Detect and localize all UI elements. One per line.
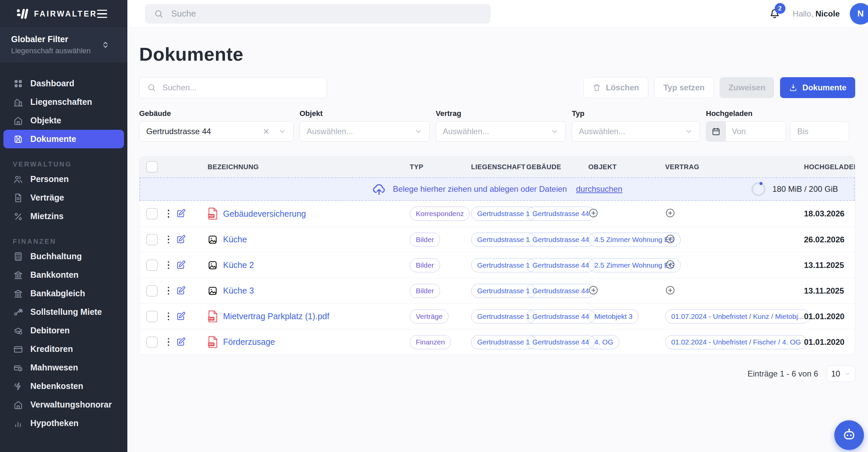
sidebar-item-objekte[interactable]: Objekte — [0, 111, 127, 130]
row-menu-icon[interactable] — [168, 210, 169, 218]
sidebar-item-nebenkosten[interactable]: Nebenkosten — [0, 377, 127, 395]
edit-icon[interactable] — [176, 208, 187, 219]
objekt-select[interactable]: Auswählen... — [300, 121, 430, 142]
document-link[interactable]: Küche 3 — [223, 286, 254, 296]
notifications-button[interactable]: 2 — [768, 6, 783, 21]
type-badge[interactable]: Korrespondenz — [410, 207, 470, 221]
edit-icon[interactable] — [176, 311, 187, 322]
row-checkbox[interactable] — [146, 234, 158, 245]
add-objekt-button[interactable] — [588, 213, 598, 219]
global-filter[interactable]: Globaler Filter Liegenschaft auswählen — [0, 28, 127, 62]
set-type-button[interactable]: Typ setzen — [654, 77, 714, 98]
gebaeude-badge[interactable]: Gertrudstrasse 44 — [526, 309, 595, 324]
gebaeude-badge[interactable]: Gertrudstrasse 44 — [526, 335, 595, 349]
row-menu-icon[interactable] — [168, 312, 169, 321]
sidebar-item-dashboard[interactable]: Dashboard — [0, 74, 127, 93]
sidebar-item-verwaltungshonorar[interactable]: Verwaltungshonorar — [0, 395, 127, 414]
vertrag-badge[interactable]: 01.07.2024 - Unbefristet / Kunz / Mietob… — [665, 309, 810, 324]
documents-search-field[interactable] — [139, 77, 327, 98]
sidebar: FAIRWALTER Globaler Filter Liegenschaft … — [0, 0, 127, 452]
row-checkbox[interactable] — [146, 311, 158, 322]
search-input[interactable] — [162, 83, 319, 92]
brand-logo[interactable]: FAIRWALTER — [16, 7, 97, 21]
type-badge[interactable]: Bilder — [410, 258, 440, 272]
vertrag-badge[interactable]: 01.02.2024 - Unbefristet / Fischer / 4. … — [665, 335, 807, 349]
date-to-input[interactable] — [797, 127, 842, 136]
objekt-badge[interactable]: Mietobjekt 3 — [588, 309, 639, 324]
add-objekt-button[interactable] — [588, 291, 598, 296]
assistant-fab[interactable] — [834, 420, 864, 450]
sidebar-item-bankkonten[interactable]: Bankkonten — [0, 266, 127, 284]
sidebar-item-liegenschaften[interactable]: Liegenschaften — [0, 93, 127, 111]
edit-icon[interactable] — [176, 285, 187, 296]
objekt-badge[interactable]: 4. OG — [588, 335, 619, 349]
browse-files-link[interactable]: durchsuchen — [576, 184, 622, 194]
gebaeude-badge[interactable]: Gertrudstrasse 44 — [526, 233, 595, 247]
document-link[interactable]: Mietvertrag Parkplatz (1).pdf — [223, 311, 329, 321]
menu-icon[interactable] — [97, 10, 107, 18]
chevron-down-icon[interactable] — [551, 127, 559, 135]
sidebar-item-bankabgleich[interactable]: Bankabgleich — [0, 284, 127, 303]
typ-select[interactable]: Auswählen... — [572, 121, 700, 142]
add-vertrag-button[interactable] — [665, 265, 675, 271]
sidebar-item-hypotheken[interactable]: Hypotheken — [0, 414, 127, 432]
sidebar-item-mietzins[interactable]: Mietzins — [0, 207, 127, 225]
type-badge[interactable]: Verträge — [410, 309, 448, 324]
calendar-button[interactable] — [706, 122, 726, 141]
add-vertrag-button[interactable] — [665, 213, 675, 219]
sidebar-item-sollstellung-miete[interactable]: Sollstellung Miete — [0, 303, 127, 321]
clear-icon[interactable] — [262, 127, 270, 135]
sidebar-section-finanzen: FINANZEN — [13, 238, 127, 244]
global-search-input[interactable]: Suche — [145, 4, 491, 24]
gebaeude-badge[interactable]: Gertrudstrasse 44 — [526, 207, 595, 221]
documents-download-button[interactable]: Dokumente — [780, 77, 855, 98]
gebaeude-badge[interactable]: Gertrudstrasse 44 — [526, 284, 595, 298]
page-size-select[interactable]: 10 — [827, 366, 855, 382]
sidebar-item-label: Bankabgleich — [30, 289, 85, 298]
edit-icon[interactable] — [176, 337, 187, 348]
type-badge[interactable]: Bilder — [410, 284, 440, 298]
document-link[interactable]: Gebäudeversicherung — [223, 209, 306, 219]
row-menu-icon[interactable] — [168, 236, 169, 244]
edit-icon[interactable] — [176, 234, 187, 245]
avatar[interactable]: N — [850, 3, 868, 25]
date-from-input[interactable] — [726, 127, 786, 136]
sidebar-item-vertraege[interactable]: Verträge — [0, 188, 127, 207]
chevron-down-icon[interactable] — [278, 127, 286, 135]
expand-collapse-icon[interactable] — [100, 40, 111, 50]
row-checkbox[interactable] — [146, 336, 158, 348]
notification-badge: 2 — [775, 3, 785, 14]
sidebar-item-debitoren[interactable]: Debitoren — [0, 321, 127, 340]
type-badge[interactable]: Finanzen — [410, 335, 451, 349]
add-vertrag-button[interactable] — [665, 291, 675, 296]
assign-button[interactable]: Zuweisen — [720, 77, 774, 98]
type-badge[interactable]: Bilder — [410, 233, 440, 247]
row-checkbox[interactable] — [146, 260, 158, 271]
select-all-checkbox[interactable] — [146, 161, 158, 173]
gebaeude-badge[interactable]: Gertrudstrasse 44 — [526, 258, 595, 272]
row-menu-icon[interactable] — [168, 287, 169, 295]
sidebar-item-personen[interactable]: Personen — [0, 170, 127, 188]
row-checkbox[interactable] — [146, 208, 158, 219]
document-link[interactable]: Küche 2 — [223, 260, 254, 270]
row-menu-icon[interactable] — [168, 261, 169, 269]
cloud-upload-icon — [372, 182, 386, 196]
document-link[interactable]: Förderzusage — [223, 337, 275, 347]
sidebar-item-buchhaltung[interactable]: Buchhaltung — [0, 247, 127, 266]
row-checkbox[interactable] — [146, 285, 158, 297]
sidebar-item-mahnwesen[interactable]: Mahnwesen — [0, 358, 127, 377]
chevron-down-icon[interactable] — [685, 127, 693, 135]
chevron-down-icon[interactable] — [414, 127, 423, 135]
column-header-hochgeladen[interactable]: HOCHGELADEN — [804, 162, 855, 172]
sidebar-item-kreditoren[interactable]: Kreditoren — [0, 340, 127, 358]
document-link[interactable]: Küche — [223, 235, 247, 244]
upload-dropzone[interactable]: Belege hierher ziehen und ablegen oder D… — [140, 177, 855, 201]
filter-label: Typ — [572, 109, 700, 118]
add-vertrag-button[interactable] — [665, 239, 675, 245]
gebaeude-select[interactable]: Gertrudstrasse 44 — [139, 121, 293, 142]
vertrag-select[interactable]: Auswählen... — [436, 121, 566, 142]
row-menu-icon[interactable] — [168, 338, 169, 346]
sidebar-item-dokumente[interactable]: Dokumente — [3, 130, 124, 148]
delete-button[interactable]: Löschen — [583, 77, 648, 98]
edit-icon[interactable] — [176, 260, 187, 271]
